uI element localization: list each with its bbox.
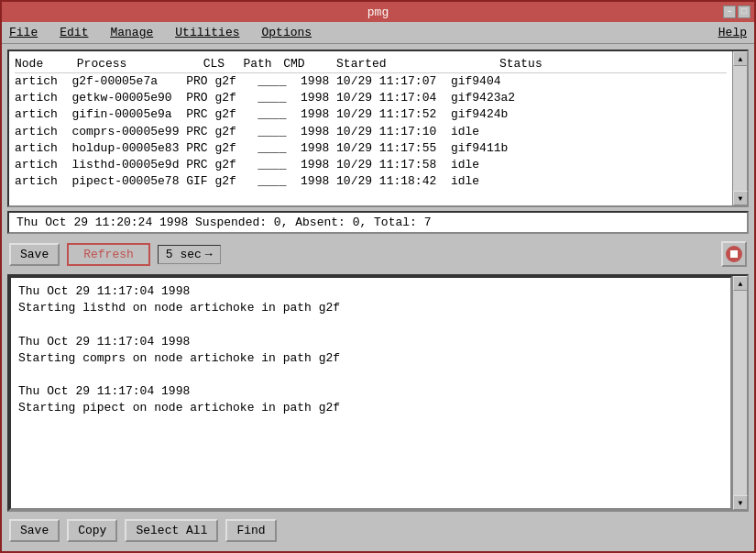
- timer-value: 5 sec: [166, 248, 202, 261]
- status-bar: Thu Oct 29 11:20:24 1998 Suspended: 0, A…: [7, 211, 749, 234]
- title-bar-buttons: − □: [723, 6, 751, 18]
- stop-button[interactable]: [721, 241, 747, 267]
- main-content: Node Process CLS Path CMD Started Status…: [2, 44, 754, 551]
- log-scrollbar[interactable]: ▲ ▼: [732, 276, 747, 510]
- process-table-scrollbar[interactable]: ▲ ▼: [732, 51, 747, 205]
- table-row[interactable]: artich getkw-00005e90 PRO g2f ____ 1998 …: [15, 90, 727, 106]
- menu-manage[interactable]: Manage: [106, 24, 157, 41]
- table-row[interactable]: artich holdup-00005e83 PRC g2f ____ 1998…: [15, 140, 727, 157]
- minimize-button[interactable]: −: [723, 6, 736, 18]
- find-button[interactable]: Find: [225, 519, 276, 542]
- main-window: pmg − □ File Edit Manage Utilities Optio…: [0, 0, 756, 553]
- log-entry-1: Thu Oct 29 11:17:04 1998 Starting listhd…: [18, 283, 723, 417]
- col-header-status: Status: [499, 57, 542, 71]
- col-header-cls: CLS: [203, 57, 236, 71]
- title-bar: pmg − □: [2, 2, 754, 22]
- select-all-button[interactable]: Select All: [125, 519, 218, 542]
- window-title: pmg: [367, 6, 389, 19]
- menu-utilities[interactable]: Utilities: [171, 24, 243, 41]
- menu-bar: File Edit Manage Utilities Options Help: [2, 22, 754, 44]
- col-header-cmd: CMD: [283, 57, 329, 71]
- scroll-up-button[interactable]: ▲: [733, 51, 748, 66]
- timer-display: 5 sec →: [158, 245, 221, 264]
- menu-options[interactable]: Options: [258, 24, 316, 41]
- scroll-down-button[interactable]: ▼: [733, 191, 748, 205]
- copy-button[interactable]: Copy: [67, 519, 117, 542]
- save-button[interactable]: Save: [9, 243, 60, 266]
- stop-icon-inner: [730, 250, 738, 258]
- col-header-process: Process: [77, 57, 196, 71]
- stop-icon: [726, 246, 742, 262]
- table-body: artich g2f-00005e7a PRO g2f ____ 1998 10…: [15, 73, 727, 202]
- process-table-content: Node Process CLS Path CMD Started Status…: [9, 51, 732, 205]
- col-header-started: Started: [336, 57, 492, 71]
- controls-bar: Save Refresh 5 sec →: [7, 238, 749, 271]
- menu-file[interactable]: File: [5, 24, 41, 41]
- table-row[interactable]: artich pipect-00005e78 GIF g2f ____ 1998…: [15, 173, 727, 190]
- scroll-track[interactable]: [733, 66, 747, 191]
- maximize-button[interactable]: □: [738, 6, 751, 18]
- timer-arrow-icon: →: [205, 248, 213, 261]
- bottom-save-button[interactable]: Save: [9, 519, 60, 542]
- process-table-container: Node Process CLS Path CMD Started Status…: [7, 50, 749, 207]
- status-text: Thu Oct 29 11:20:24 1998 Suspended: 0, A…: [16, 216, 431, 229]
- table-row[interactable]: artich listhd-00005e9d PRC g2f ____ 1998…: [15, 157, 727, 173]
- menu-left: File Edit Manage Utilities Options: [5, 24, 315, 41]
- refresh-button[interactable]: Refresh: [67, 243, 150, 266]
- col-header-path: Path: [243, 57, 276, 71]
- col-header-node: Node: [15, 57, 70, 71]
- log-panel[interactable]: Thu Oct 29 11:17:04 1998 Starting listhd…: [9, 276, 732, 510]
- table-header: Node Process CLS Path CMD Started Status: [15, 55, 727, 73]
- log-panel-container: Thu Oct 29 11:17:04 1998 Starting listhd…: [7, 274, 749, 512]
- log-scroll-down-button[interactable]: ▼: [733, 495, 748, 510]
- table-row[interactable]: artich g2f-00005e7a PRO g2f ____ 1998 10…: [15, 73, 727, 90]
- table-row[interactable]: artich comprs-00005e99 PRC g2f ____ 1998…: [15, 124, 727, 140]
- log-scroll-track[interactable]: [733, 291, 747, 495]
- log-scroll-up-button[interactable]: ▲: [733, 276, 748, 291]
- menu-help[interactable]: Help: [715, 24, 751, 41]
- bottom-controls: Save Copy Select All Find: [7, 515, 749, 546]
- table-row[interactable]: artich gifin-00005e9a PRC g2f ____ 1998 …: [15, 106, 727, 123]
- menu-edit[interactable]: Edit: [56, 24, 92, 41]
